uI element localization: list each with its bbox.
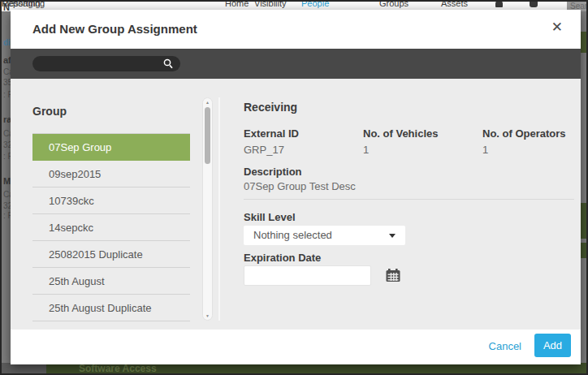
- receiving-field: No. of Operators 1: [482, 127, 566, 156]
- background-text-fragment: 35: [3, 78, 11, 87]
- skill-level-label: Skill Level: [244, 211, 296, 223]
- software-access-row: Software Access: [46, 363, 586, 375]
- group-list-item[interactable]: 14sepckc: [32, 214, 190, 241]
- receiving-field: External ID GRP_17: [244, 127, 299, 156]
- background-text-fragment: M: [3, 176, 11, 186]
- field-value: GRP_17: [244, 144, 299, 156]
- group-list-item[interactable]: 10739ckc: [32, 188, 190, 214]
- background-text-fragment: dit: [3, 38, 11, 47]
- cancel-button[interactable]: Cancel: [489, 340, 521, 352]
- bell-icon[interactable]: [495, 2, 503, 7]
- dialog-title: Add New Group Assignment: [32, 22, 197, 36]
- scrollbar-thumb[interactable]: [205, 107, 210, 164]
- field-value: 1: [363, 144, 438, 156]
- description-label: Description: [244, 166, 302, 178]
- dialog-footer: Cancel Add: [11, 330, 581, 364]
- gear-icon[interactable]: [530, 2, 538, 7]
- field-label: No. of Operators: [482, 127, 566, 140]
- background-text-fragment: af: [3, 55, 11, 65]
- expiration-date-input[interactable]: [244, 265, 371, 286]
- panel-divider: [218, 97, 220, 321]
- group-panel-heading: Group: [32, 105, 67, 118]
- background-text-fragment: : F: [3, 152, 11, 161]
- background-text-fragment: : F: [3, 90, 11, 99]
- group-list-item[interactable]: 09sep2015: [32, 161, 190, 188]
- group-list-item[interactable]: 25th August: [32, 268, 190, 295]
- group-list-scrollbar[interactable]: ▲ ▼: [202, 97, 213, 321]
- group-search-input[interactable]: [41, 56, 162, 71]
- receiving-heading: Receiving: [244, 101, 297, 114]
- nav-item[interactable]: Visibility: [254, 2, 287, 8]
- chevron-down-icon: [389, 234, 396, 238]
- calendar-icon[interactable]: [386, 269, 400, 282]
- nav-item[interactable]: Home: [225, 2, 249, 8]
- dialog-header: Add New Group Assignment ✕: [11, 10, 581, 49]
- nav-item[interactable]: People: [301, 2, 329, 8]
- background-text-fragment: : F: [3, 211, 11, 220]
- add-button[interactable]: Add: [534, 334, 571, 357]
- scroll-up-icon[interactable]: ▲: [203, 100, 212, 105]
- group-list-item[interactable]: 25th August Duplicate: [32, 295, 190, 321]
- group-list-item[interactable]: 07Sep Group: [32, 134, 190, 161]
- background-text-fragment: Ca: [3, 67, 11, 76]
- description-value: 07Sep Group Test Desc: [244, 180, 356, 192]
- screenshot-frame: HomeVisibilityPeopleGroupsAssetsMessagin…: [0, 0, 588, 375]
- background-text-fragment: ra: [3, 114, 11, 124]
- expiration-date-label: Expiration Date: [244, 252, 321, 264]
- background-text-fragment: 32: [3, 201, 11, 210]
- background-text-fragment: Ca: [3, 190, 11, 199]
- field-label: External ID: [244, 127, 299, 140]
- background-text-fragment: 32: [3, 140, 11, 149]
- group-list: 07Sep Group09sep201510739ckc14sepckc2508…: [32, 133, 190, 321]
- scroll-down-icon[interactable]: ▼: [203, 313, 212, 318]
- receiving-field: No. of Vehicles 1: [363, 127, 438, 156]
- search-icon: [163, 58, 173, 69]
- field-label: No. of Vehicles: [363, 127, 438, 140]
- background-text-fragment: N: [3, 2, 11, 12]
- nav-item[interactable]: Groups: [379, 2, 409, 8]
- group-list-item[interactable]: 25082015 Duplicate: [32, 241, 190, 268]
- group-search-box[interactable]: [32, 56, 180, 71]
- add-group-assignment-dialog: Add New Group Assignment ✕ Group 07Sep G…: [11, 10, 581, 364]
- background-text-fragment: Ca: [3, 129, 11, 138]
- dialog-search-band: [11, 49, 581, 79]
- close-icon[interactable]: ✕: [551, 20, 563, 34]
- section-divider: [244, 199, 574, 200]
- skill-level-value: Nothing selected: [253, 226, 332, 245]
- receiving-fields: External ID GRP_17 No. of Vehicles 1 No.…: [244, 127, 569, 160]
- dialog-body: Group 07Sep Group09sep201510739ckc14sepc…: [11, 79, 581, 330]
- field-value: 1: [482, 144, 566, 156]
- skill-level-select[interactable]: Nothing selected: [244, 226, 405, 245]
- nav-item[interactable]: Assets: [441, 2, 468, 8]
- background-strip: [2, 363, 46, 375]
